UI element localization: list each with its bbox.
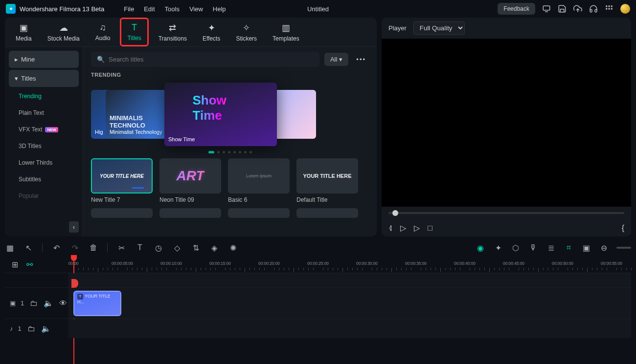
title-card-loading[interactable] bbox=[91, 208, 153, 218]
carousel-card-showtime[interactable]: Show Time Show Time bbox=[164, 83, 277, 146]
crop-button[interactable]: ◇ bbox=[172, 243, 182, 253]
track-visibility-icon[interactable]: 👁 bbox=[58, 299, 68, 308]
titles-content: 🔍 All▾ ••• TRENDING Hig MINIMALISTECHNOL… bbox=[83, 47, 377, 236]
cloud-upload-icon[interactable] bbox=[573, 4, 582, 13]
audio-mixer-icon[interactable]: ≣ bbox=[546, 243, 556, 253]
sidebar-sub-plain-text[interactable]: Plain Text bbox=[9, 106, 79, 120]
play-button[interactable]: ▷ bbox=[400, 223, 406, 233]
menu-tools[interactable]: Tools bbox=[165, 5, 180, 13]
sidebar-sub-vfx-text[interactable]: VFX TextNEW bbox=[9, 122, 79, 137]
sidebar-sub-lower-thirds[interactable]: Lower Thirds bbox=[9, 155, 79, 170]
menu-view[interactable]: View bbox=[189, 5, 203, 13]
tab-transitions[interactable]: ⇄Transitions bbox=[153, 18, 193, 46]
track-mute-icon[interactable]: 🔈 bbox=[44, 299, 53, 308]
keyframe-button[interactable]: ◈ bbox=[209, 243, 219, 253]
effects-icon: ✦ bbox=[208, 22, 215, 33]
title-card-loading[interactable] bbox=[159, 208, 221, 218]
monitor-icon[interactable] bbox=[542, 4, 551, 13]
trending-carousel[interactable]: Hig MINIMALISTECHNOLO Minimalist Technol… bbox=[91, 83, 369, 146]
mic-icon[interactable]: 🎙 bbox=[528, 243, 538, 252]
video-preview[interactable] bbox=[382, 39, 631, 207]
title-card-loading[interactable] bbox=[228, 208, 290, 218]
search-input[interactable] bbox=[109, 56, 314, 63]
adjust-button[interactable]: ⇅ bbox=[191, 243, 201, 253]
track-folder-icon[interactable]: 🗀 bbox=[29, 299, 39, 308]
sidebar-item-titles[interactable]: ▾Titles bbox=[9, 70, 79, 87]
sidebar-item-mine[interactable]: ▸Mine bbox=[9, 51, 79, 68]
tab-stickers[interactable]: ✧Stickers bbox=[230, 18, 263, 46]
timeline-toolbar: ▦ ↖ ↶ ↷ 🗑 ✂ T ◷ ◇ ⇅ ◈ ✺ ◉ ✦ ⬡ 🎙 ≣ ⌗ ▣ ⊖ bbox=[5, 239, 631, 256]
add-track-icon[interactable]: ⊞ bbox=[10, 260, 20, 269]
tab-stock-media[interactable]: ☁Stock Media bbox=[42, 18, 86, 46]
snapshot-button[interactable]: { bbox=[622, 224, 624, 233]
templates-icon: ▥ bbox=[282, 22, 290, 33]
title-card-new-title-7[interactable]: YOUR TITLE HERE New Title 7 bbox=[91, 158, 153, 203]
link-icon[interactable]: ⚯ bbox=[24, 260, 34, 269]
menu-help[interactable]: Help bbox=[213, 5, 226, 13]
tab-templates[interactable]: ▥Templates bbox=[267, 18, 305, 46]
support-icon[interactable] bbox=[589, 4, 598, 13]
menu-file[interactable]: File bbox=[124, 5, 134, 13]
svg-rect-1 bbox=[606, 5, 607, 7]
user-avatar[interactable] bbox=[620, 4, 630, 14]
title-card-default-title[interactable]: YOUR TITLE HERE Default Title bbox=[296, 158, 358, 203]
audio-track-1[interactable]: ♪1 🗀 🔈 bbox=[5, 319, 631, 338]
sidebar-sub-trending[interactable]: Trending bbox=[9, 89, 79, 104]
title-card-loading[interactable] bbox=[296, 208, 358, 218]
feedback-button[interactable]: Feedback bbox=[498, 3, 535, 15]
layout-icon[interactable]: ▦ bbox=[5, 243, 15, 253]
track-mute-icon[interactable]: 🔈 bbox=[41, 324, 51, 333]
text-tool-button[interactable]: T bbox=[135, 243, 145, 252]
timeline-ruler[interactable]: 00:0000:00:05:0000:00:10:0000:00:15:0000… bbox=[68, 256, 631, 273]
title-clip[interactable]: TYOUR TITLE H... bbox=[73, 291, 121, 316]
magnetic-icon[interactable]: ⌗ bbox=[564, 243, 573, 252]
menu-edit[interactable]: Edit bbox=[144, 5, 155, 13]
title-label: New Title 7 bbox=[91, 196, 153, 203]
tab-titles[interactable]: TTitles bbox=[120, 18, 148, 46]
title-card-neon-title-09[interactable]: ART Neon Title 09 bbox=[159, 158, 221, 203]
prev-frame-button[interactable]: ⦉ bbox=[388, 224, 392, 233]
filter-dropdown[interactable]: All▾ bbox=[324, 53, 348, 66]
delete-button[interactable]: 🗑 bbox=[89, 243, 98, 252]
marker-icon[interactable]: ⬡ bbox=[511, 243, 521, 253]
color-button[interactable]: ✺ bbox=[228, 243, 238, 253]
split-button[interactable]: ✂ bbox=[116, 243, 126, 253]
track-folder-icon[interactable]: 🗀 bbox=[26, 324, 36, 333]
ai-button[interactable]: ◉ bbox=[476, 243, 485, 253]
cursor-icon[interactable]: ↖ bbox=[23, 243, 33, 253]
save-icon[interactable] bbox=[558, 4, 567, 13]
apps-grid-icon[interactable] bbox=[605, 4, 613, 13]
sidebar-collapse-button[interactable]: ‹ bbox=[69, 221, 79, 233]
svg-rect-3 bbox=[611, 5, 613, 7]
render-icon[interactable]: ▣ bbox=[581, 243, 591, 253]
redo-button[interactable]: ↷ bbox=[70, 243, 80, 253]
sidebar-sub-popular[interactable]: Popular bbox=[9, 189, 79, 203]
sidebar-sub-3d-titles[interactable]: 3D Titles bbox=[9, 139, 79, 153]
title-card-basic-6[interactable]: Lorem ipsum Basic 6 bbox=[228, 158, 290, 203]
speed-button[interactable]: ◷ bbox=[154, 243, 163, 253]
sidebar-sub-subtitles[interactable]: Subtitles bbox=[9, 172, 79, 187]
tab-audio[interactable]: ♫Audio bbox=[90, 18, 116, 46]
tab-media[interactable]: ▣Media bbox=[10, 18, 38, 46]
media-icon: ▣ bbox=[20, 22, 28, 33]
search-input-wrap[interactable]: 🔍 bbox=[91, 52, 319, 67]
svg-rect-6 bbox=[611, 8, 613, 10]
zoom-out-button[interactable]: ⊖ bbox=[599, 243, 609, 253]
tab-effects[interactable]: ✦Effects bbox=[197, 18, 226, 46]
carousel-dots[interactable] bbox=[91, 151, 369, 153]
scrub-handle[interactable] bbox=[392, 210, 398, 216]
carousel-card-minimalist[interactable]: MINIMALISTECHNOLO Minimalist Technology bbox=[106, 90, 169, 139]
video-track-1[interactable]: ▣1 🗀 🔈 👁 TYOUR TITLE H... bbox=[5, 287, 631, 319]
title-label: Basic 6 bbox=[228, 196, 290, 203]
effects-tl-icon[interactable]: ✦ bbox=[493, 243, 503, 253]
player-quality-dropdown[interactable]: Full Quality bbox=[413, 21, 465, 35]
svg-rect-4 bbox=[606, 8, 607, 10]
more-options-button[interactable]: ••• bbox=[353, 56, 369, 63]
scrub-bar[interactable] bbox=[382, 207, 631, 219]
next-frame-button[interactable]: ▷ bbox=[414, 223, 420, 233]
zoom-slider[interactable] bbox=[616, 247, 631, 249]
audio-icon: ♫ bbox=[99, 22, 106, 33]
undo-button[interactable]: ↶ bbox=[51, 243, 61, 253]
stop-button[interactable]: □ bbox=[428, 224, 432, 233]
in-point-marker[interactable] bbox=[71, 279, 78, 288]
